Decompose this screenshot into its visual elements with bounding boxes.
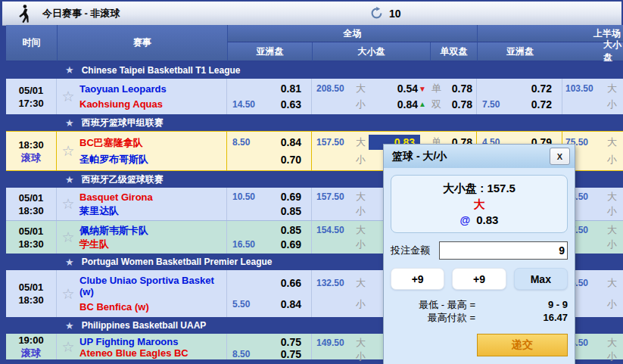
odds[interactable]: 0.70 xyxy=(281,154,311,166)
ft-asian-handicap-cell: 0.66 5.500.84 xyxy=(227,270,312,317)
header-time: 时间 xyxy=(6,25,57,61)
under-label: 小 xyxy=(356,153,369,166)
odds[interactable]: 0.72 xyxy=(531,98,562,110)
match-time: 05/01 18:30 xyxy=(6,221,57,254)
odds[interactable]: 0.84 xyxy=(281,136,311,148)
page-title: 今日赛事 - 非滚球 xyxy=(42,7,120,20)
odds[interactable]: 0.78 xyxy=(444,82,476,95)
bet-odds: 0.83 xyxy=(476,213,498,226)
team-names: Basquet Girona 莱里达队 xyxy=(79,188,227,220)
league-star-icon[interactable]: ★ xyxy=(65,257,74,268)
bet-slip-popup: 篮球 - 大/小 X 大小盘 : 157.5 大 @0.83 投注金额 +9 +… xyxy=(383,144,575,364)
home-team[interactable]: 佩纳斯韦斯卡队 xyxy=(79,225,226,236)
odds[interactable]: 0.66 xyxy=(281,277,311,289)
away-team[interactable]: Ateneo Blue Eagles BC xyxy=(79,347,226,359)
home-team[interactable]: BC巴塞隆拿队 xyxy=(79,137,226,148)
league-name: Portugal Women Basketball Premier League xyxy=(82,257,273,267)
odds[interactable]: 0.63 xyxy=(281,98,311,110)
ht-over-under-cell: 103.50大 小 xyxy=(562,79,623,114)
refresh-count: 10 xyxy=(389,8,401,20)
over-label: 大 xyxy=(356,135,369,149)
league-header: ★ 西班牙篮球甲组联赛 xyxy=(6,114,623,131)
over-label: 大 xyxy=(356,82,369,95)
favorite-star-icon[interactable]: ☆ xyxy=(57,188,79,220)
minmax-value: 9 - 9 xyxy=(475,298,568,311)
away-team[interactable]: BC Benfica (w) xyxy=(79,301,226,313)
favorite-star-icon[interactable]: ☆ xyxy=(57,221,79,254)
odds[interactable]: 0.84 xyxy=(369,98,418,110)
league-name: 西班牙乙级篮球联赛 xyxy=(82,173,164,186)
close-icon[interactable]: X xyxy=(550,148,570,165)
submit-button[interactable]: 递交 xyxy=(477,334,568,356)
refresh-icon[interactable] xyxy=(370,7,383,20)
favorite-star-icon[interactable]: ☆ xyxy=(57,270,79,317)
favorite-star-icon[interactable]: ☆ xyxy=(57,79,79,114)
add-amount-button[interactable]: +9 xyxy=(452,268,506,290)
submit-row: 递交 xyxy=(391,334,568,356)
team-names: BC巴塞隆拿队 圣帕罗布哥斯队 xyxy=(79,132,227,170)
bet-limits: 最低 - 最高 =9 - 9 最高付款 =16.47 xyxy=(391,298,568,324)
odds[interactable]: 0.54 xyxy=(369,82,418,95)
team-names: UP Fighting Maroons Ateneo Blue Eagles B… xyxy=(79,334,227,359)
header-event: 赛事 xyxy=(57,25,227,61)
trend-up-icon: ▲ xyxy=(418,100,430,108)
bet-slip-title: 篮球 - 大/小 xyxy=(392,150,447,163)
under-label: 小 xyxy=(356,98,369,111)
payout-value: 16.47 xyxy=(475,311,568,324)
odds[interactable]: 0.75 xyxy=(281,348,311,360)
home-team[interactable]: UP Fighting Maroons xyxy=(79,336,226,347)
bet-slip-title-bar: 篮球 - 大/小 X xyxy=(384,145,575,168)
handicap-line: 8.50 xyxy=(227,137,281,148)
odds[interactable]: 0.69 xyxy=(281,191,311,203)
odds[interactable]: 0.81 xyxy=(281,82,311,95)
header-ft-asian-handicap: 亚洲盘 xyxy=(227,42,312,61)
league-star-icon[interactable]: ★ xyxy=(65,320,74,331)
bet-slip-body: 大小盘 : 157.5 大 @0.83 投注金额 +9 +9 Max 最低 - … xyxy=(384,168,575,364)
header-half-time: 上半场 xyxy=(477,25,623,42)
minmax-label: 最低 - 最高 = xyxy=(391,298,475,311)
away-team[interactable]: 莱里达队 xyxy=(79,205,226,216)
max-amount-button[interactable]: Max xyxy=(514,268,568,290)
away-team[interactable]: Kaohsiung Aquas xyxy=(79,98,226,110)
match-row: 05/01 17:30 ☆ Taoyuan Leopards Kaohsiung… xyxy=(6,79,623,114)
league-star-icon[interactable]: ★ xyxy=(65,117,74,129)
home-team[interactable]: Clube Uniao Sportiva Basket (w) xyxy=(79,275,226,297)
basketball-player-icon xyxy=(17,4,31,23)
match-time: 18:30 滚球 xyxy=(6,132,57,170)
header-ft-over-under: 大小盘 xyxy=(312,42,430,61)
add-amount-button[interactable]: +9 xyxy=(391,268,444,290)
betting-app: 今日赛事 - 非滚球 10 时间 赛事 全场 上半场 亚洲盘 大小盘 单双盘 亚… xyxy=(0,0,623,364)
away-team[interactable]: 学生队 xyxy=(79,238,226,250)
away-team[interactable]: 圣帕罗布哥斯队 xyxy=(79,154,226,165)
league-name: Chinese Taipei Basketball T1 League xyxy=(82,65,241,76)
header-ht-over-under: 大小盘 xyxy=(562,42,623,61)
match-time: 05/01 17:30 xyxy=(6,79,57,114)
odds[interactable]: 0.85 xyxy=(281,224,311,236)
odds[interactable]: 0.85 xyxy=(281,205,311,217)
handicap-line: 7.50 xyxy=(477,99,531,110)
odds[interactable]: 0.78 xyxy=(444,98,476,110)
bet-selection-box: 大小盘 : 157.5 大 @0.83 xyxy=(391,175,568,233)
amount-input[interactable] xyxy=(439,241,568,260)
payout-label: 最高付款 = xyxy=(391,311,475,324)
home-team[interactable]: Taoyuan Leopards xyxy=(79,83,226,95)
title-bar: 今日赛事 - 非滚球 10 xyxy=(2,2,621,26)
refresh-area: 10 xyxy=(370,2,401,25)
ft-over-under-cell: 208.50大0.54▼ 小0.84▲ xyxy=(312,79,430,114)
under-label: 小 xyxy=(607,98,620,111)
league-star-icon[interactable]: ★ xyxy=(65,64,74,76)
team-names: 佩纳斯韦斯卡队 学生队 xyxy=(79,221,227,254)
odds[interactable]: 0.75 xyxy=(281,336,311,348)
favorite-star-icon[interactable]: ☆ xyxy=(57,132,79,170)
home-team[interactable]: Basquet Girona xyxy=(79,191,226,203)
league-star-icon[interactable]: ★ xyxy=(65,174,74,185)
total-line: 208.50 xyxy=(312,83,356,94)
over-label: 大 xyxy=(607,82,620,95)
odds[interactable]: 0.69 xyxy=(281,238,311,250)
favorite-star-icon[interactable]: ☆ xyxy=(57,334,79,359)
odds[interactable]: 0.72 xyxy=(531,82,562,95)
odds[interactable]: 0.84 xyxy=(281,298,311,310)
league-name: 西班牙篮球甲组联赛 xyxy=(82,117,164,129)
quick-amount-buttons: +9 +9 Max xyxy=(391,268,568,290)
bet-line: 大小盘 : 157.5 xyxy=(391,182,567,196)
